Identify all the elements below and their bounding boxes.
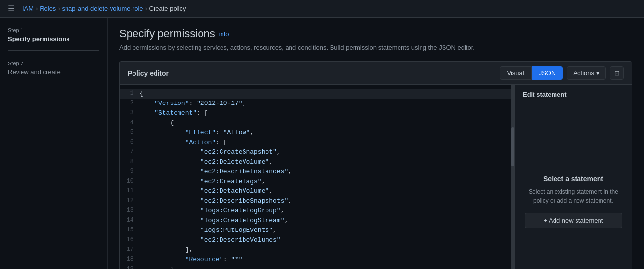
breadcrumb-sep-1: › [36, 5, 38, 12]
editor-body: 1 { 2 "Version": "2012-10-17", 3 "Statem… [120, 85, 632, 269]
actions-button[interactable]: Actions ▾ [567, 66, 606, 80]
code-line: 10 "ec2:CreateTags", [120, 177, 511, 186]
code-line: 6 "Action": [ [120, 138, 511, 147]
step2-title: Review and create [8, 68, 99, 76]
code-area[interactable]: 1 { 2 "Version": "2012-10-17", 3 "Statem… [120, 85, 511, 269]
code-line: 5 "Effect": "Allow", [120, 128, 511, 138]
code-line: 18 "Resource": "*" [120, 255, 511, 265]
edit-panel-header: Edit statement [515, 85, 632, 104]
chevron-down-icon: ▾ [596, 69, 600, 77]
breadcrumb-sep-2: › [58, 5, 60, 12]
main-layout: Step 1 Specify permissions Step 2 Review… [0, 18, 644, 269]
policy-editor-header: Policy editor Visual JSON Actions ▾ ⊡ [120, 62, 632, 85]
editor-tabs: Visual JSON [500, 66, 563, 80]
select-statement-title: Select a statement [543, 175, 603, 183]
code-line: 11 "ec2:DetachVolume", [120, 186, 511, 196]
code-line: 19 } [120, 265, 511, 269]
select-statement-desc: Select an existing statement in the poli… [525, 187, 622, 205]
breadcrumb-roles[interactable]: Roles [40, 5, 56, 12]
sidebar: Step 1 Specify permissions Step 2 Review… [0, 18, 108, 269]
code-line: 7 "ec2:CreateSnapshot", [120, 147, 511, 157]
tab-visual[interactable]: Visual [500, 66, 532, 80]
code-line: 15 "logs:PutLogEvents", [120, 226, 511, 235]
scrollbar-thumb[interactable] [511, 127, 514, 166]
code-line: 1 { [120, 89, 511, 99]
code-line: 9 "ec2:DescribeInstances", [120, 167, 511, 177]
code-line: 14 "logs:CreateLogStream", [120, 216, 511, 226]
policy-editor-title: Policy editor [128, 69, 500, 77]
breadcrumb: IAM › Roles › snap-and-delete-volume-rol… [22, 5, 186, 12]
code-line: 16 "ec2:DescribeVolumes" [120, 235, 511, 245]
code-line: 4 { [120, 118, 511, 128]
info-link[interactable]: info [219, 30, 229, 38]
add-new-statement-button[interactable]: + Add new statement [525, 213, 622, 228]
code-line: 8 "ec2:DeleteVolume", [120, 157, 511, 167]
hamburger-icon[interactable]: ☰ [8, 4, 15, 13]
fullscreen-icon[interactable]: ⊡ [610, 66, 624, 80]
step1-title: Specify permissions [8, 35, 99, 51]
step1-label: Step 1 [8, 27, 99, 33]
edit-panel: Edit statement Select a statement Select… [514, 85, 632, 269]
breadcrumb-role-name[interactable]: snap-and-delete-volume-role [62, 5, 143, 12]
breadcrumb-iam[interactable]: IAM [22, 5, 34, 12]
top-bar: ☰ IAM › Roles › snap-and-delete-volume-r… [0, 0, 644, 18]
code-line: 13 "logs:CreateLogGroup", [120, 206, 511, 216]
step2-label: Step 2 [8, 61, 99, 66]
page-title: Specify permissions info [119, 27, 632, 40]
breadcrumb-current: Create policy [149, 5, 186, 12]
tab-json[interactable]: JSON [532, 66, 563, 80]
code-line: 12 "ec2:DescribeSnapshots", [120, 196, 511, 206]
code-line: 2 "Version": "2012-10-17", [120, 99, 511, 108]
code-line: 3 "Statement": [ [120, 108, 511, 118]
breadcrumb-sep-3: › [145, 5, 147, 12]
content-area: Specify permissions info Add permissions… [108, 18, 644, 269]
scrollbar[interactable] [511, 85, 514, 269]
code-line: 17 ], [120, 245, 511, 255]
page-description: Add permissions by selecting services, a… [119, 44, 632, 51]
policy-editor: Policy editor Visual JSON Actions ▾ ⊡ 1 [119, 61, 632, 269]
edit-panel-body: Select a statement Select an existing st… [515, 104, 632, 269]
